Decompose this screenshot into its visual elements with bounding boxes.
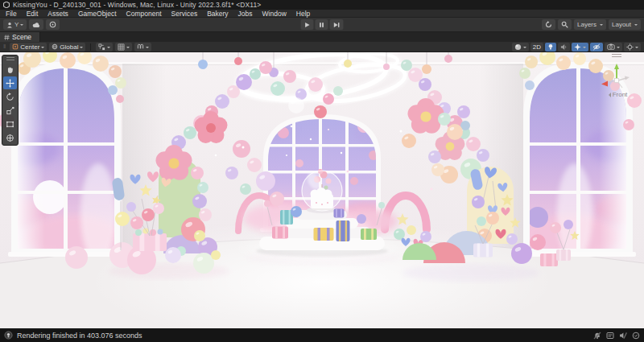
balloon: [447, 124, 463, 140]
status-message[interactable]: Rendering finished in 403.076 seconds: [17, 332, 142, 340]
chevron-down-icon: [80, 47, 83, 50]
menu-assets[interactable]: Assets: [47, 10, 68, 18]
snap-increment-dropdown[interactable]: [134, 43, 151, 52]
balloon: [165, 247, 181, 263]
bakery-status-icon: [4, 331, 13, 340]
effects-dropdown[interactable]: [572, 43, 588, 52]
balloon: [308, 77, 323, 92]
axis-gizmo[interactable]: [597, 59, 636, 93]
menu-file[interactable]: File: [6, 10, 17, 18]
rotate-tool-button[interactable]: [3, 90, 17, 103]
pivot-mode-dropdown[interactable]: Center: [10, 43, 47, 52]
balloon: [153, 203, 164, 214]
balloon: [197, 182, 208, 193]
move-tool-button[interactable]: [3, 76, 17, 89]
progress-activity-icon[interactable]: [632, 332, 640, 340]
draw-mode-dropdown[interactable]: [512, 43, 529, 52]
grid-snap-dropdown[interactable]: [115, 43, 132, 52]
balloon: [215, 155, 217, 157]
account-label: Y: [14, 21, 19, 28]
pause-button[interactable]: [316, 19, 328, 30]
snap-increment-icon: [137, 43, 144, 51]
2d-toggle[interactable]: 2D: [530, 43, 543, 52]
scene-viewport[interactable]: Front: [0, 52, 644, 328]
notifications-muted-icon[interactable]: [593, 332, 601, 340]
view-orientation-label[interactable]: Front: [606, 91, 628, 98]
audio-muted-icon[interactable]: [619, 332, 627, 340]
gift-box: [540, 253, 558, 266]
overlay-handle-icon[interactable]: [612, 54, 621, 57]
balloon: [472, 196, 485, 208]
menu-window[interactable]: Window: [262, 10, 287, 18]
audio-toggle[interactable]: [558, 43, 570, 52]
menu-edit[interactable]: Edit: [27, 10, 39, 18]
overlay-handle-icon[interactable]: ‖: [3, 43, 6, 50]
menu-bar: File Edit Assets GameObject Component Se…: [0, 10, 644, 18]
snap-move-dropdown[interactable]: [96, 43, 113, 52]
balloon: [242, 146, 245, 149]
menu-gameobject[interactable]: GameObject: [78, 10, 117, 18]
scale-icon: [6, 106, 14, 115]
gizmos-icon: [626, 43, 634, 51]
arrow-left-icon: [606, 93, 611, 97]
chevron-down-icon: [523, 47, 526, 50]
menu-services[interactable]: Services: [171, 10, 198, 18]
balloon: [211, 250, 221, 260]
play-button[interactable]: [301, 19, 314, 30]
version-control-icon: [49, 21, 56, 28]
balloon: [428, 150, 441, 163]
cake: [311, 187, 334, 210]
gift-ribbon: [336, 209, 337, 218]
floor-reflection: [402, 264, 539, 282]
camera-icon: [607, 43, 615, 50]
overlay-handle-icon[interactable]: [6, 57, 14, 60]
gizmos-dropdown[interactable]: [624, 43, 641, 52]
menu-jobs[interactable]: Jobs: [238, 10, 253, 18]
scene-3d-render: [0, 52, 644, 328]
menu-component[interactable]: Component: [126, 10, 162, 18]
main-toolbar: Y: [0, 18, 644, 32]
balloon: [378, 202, 385, 208]
pivot-label: Center: [20, 43, 39, 51]
orientation-dropdown[interactable]: Global: [49, 43, 85, 52]
gift-ribbon: [364, 229, 366, 240]
layers-dropdown[interactable]: Layers: [574, 19, 606, 30]
x-axis-cone[interactable]: [601, 81, 608, 87]
gizmo-center-cube[interactable]: [615, 79, 619, 83]
tab-scene[interactable]: Scene: [0, 32, 40, 42]
lighting-toggle[interactable]: [545, 43, 556, 52]
scene-visibility-toggle[interactable]: [590, 43, 603, 52]
title-bar: KissingYou - D_240130_001 - Windows, Mac…: [0, 0, 644, 10]
menu-bakery[interactable]: Bakery: [207, 10, 228, 18]
menu-help[interactable]: Help: [296, 10, 310, 18]
cloud-button[interactable]: [29, 19, 43, 30]
balloon: [550, 222, 561, 233]
balloon: [431, 163, 444, 176]
step-button[interactable]: [330, 19, 344, 30]
balloon: [150, 229, 156, 236]
playmode-controls: [301, 19, 344, 30]
balloon: [457, 105, 470, 118]
z-axis-cone[interactable]: [625, 76, 630, 80]
undo-history-button[interactable]: [542, 19, 555, 30]
transform-tool-button[interactable]: [3, 131, 17, 144]
hand-tool-button[interactable]: [3, 63, 17, 76]
search-button[interactable]: [558, 19, 572, 30]
status-bar: Rendering finished in 403.076 seconds: [0, 328, 644, 342]
camera-settings-dropdown[interactable]: [605, 43, 622, 52]
version-control-button[interactable]: [46, 19, 60, 30]
gift-box: [272, 227, 288, 239]
rect-tool-button[interactable]: [3, 117, 17, 130]
balloon: [93, 56, 109, 72]
scene-toolbar-right: 2D: [512, 43, 641, 52]
scale-tool-button[interactable]: [3, 104, 17, 117]
balloon: [477, 216, 486, 226]
chevron-down-icon: [617, 47, 620, 50]
gift-box: [473, 244, 493, 258]
flower-center: [168, 158, 179, 168]
console-log-icon[interactable]: [606, 332, 614, 340]
account-dropdown[interactable]: Y: [3, 19, 27, 30]
y-axis-cone[interactable]: [614, 64, 619, 69]
orientation-gizmo[interactable]: Front: [594, 54, 639, 98]
layout-dropdown[interactable]: Layout: [609, 19, 641, 30]
